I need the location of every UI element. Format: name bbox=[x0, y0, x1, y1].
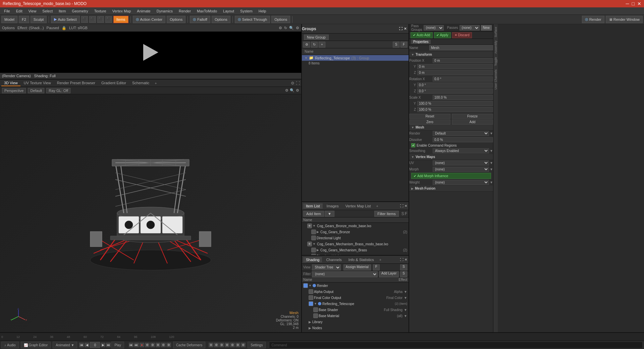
rotation-z-val[interactable]: 0.0 ° bbox=[417, 89, 493, 94]
mesh-group[interactable]: ▼ Mesh bbox=[409, 124, 493, 131]
shade-f-btn[interactable]: F bbox=[373, 264, 380, 270]
add-layer-btn[interactable]: Add Layer bbox=[379, 271, 399, 277]
extra-icon6[interactable]: ⚙ bbox=[235, 343, 240, 347]
shade-library[interactable]: ▶ Library bbox=[302, 319, 409, 325]
item-vis-1[interactable]: 👁 bbox=[307, 223, 312, 228]
uv-select[interactable]: (none) bbox=[433, 160, 489, 165]
shade-base-material[interactable]: Base Material (all) ▼ bbox=[302, 313, 409, 319]
new-pass-btn[interactable]: New bbox=[481, 25, 492, 31]
transport-next[interactable]: ⏭ bbox=[106, 343, 111, 347]
vp-icon2[interactable]: 🔍 bbox=[290, 88, 294, 93]
right-tab-assembly[interactable]: Assembly bbox=[494, 39, 498, 55]
rec-icon3[interactable]: ● bbox=[140, 343, 144, 347]
menu-view[interactable]: View bbox=[26, 8, 39, 14]
reset-btn[interactable]: Reset bbox=[409, 114, 450, 119]
groups-btn3[interactable]: + bbox=[319, 42, 325, 48]
preview-icon1[interactable]: 🔒 bbox=[62, 26, 66, 30]
shade-s2-btn[interactable]: S bbox=[400, 271, 407, 277]
shader-tree-select[interactable]: Shader Tree bbox=[312, 264, 341, 270]
group-item-reflecting-telescope[interactable]: ▼ 📁 Reflecting_Telescope (3) : Group bbox=[302, 55, 409, 61]
rec-icon2[interactable]: ⏭ bbox=[134, 343, 139, 347]
icon-btn-1[interactable]: ⬛ bbox=[81, 16, 88, 23]
tab-schematic[interactable]: Schematic bbox=[129, 80, 152, 86]
preview-options-btn[interactable]: Options bbox=[2, 26, 15, 30]
freeze-btn[interactable]: Freeze bbox=[452, 114, 493, 119]
falloff-btn[interactable]: ◎ Falloff bbox=[190, 16, 210, 23]
menu-texture[interactable]: Texture bbox=[92, 8, 109, 14]
perspective-btn[interactable]: Perspective bbox=[2, 88, 26, 93]
position-z-val[interactable]: 0 m bbox=[417, 70, 493, 75]
tab-3dview[interactable]: 3D View bbox=[1, 80, 20, 86]
shade-vis-alpha[interactable] bbox=[309, 289, 313, 294]
rotation-y-val[interactable]: 0.0 ° bbox=[417, 83, 493, 88]
vp-icon1[interactable]: ⚙ bbox=[285, 88, 288, 93]
tab-shading[interactable]: Shading bbox=[303, 257, 322, 262]
item-row-3[interactable]: Directional Light bbox=[302, 235, 409, 241]
shade-vis-mat[interactable] bbox=[313, 313, 318, 318]
groups-btn4[interactable]: S bbox=[393, 42, 399, 48]
shade-vis-shader[interactable] bbox=[313, 307, 318, 312]
extra-icon3[interactable]: ⚙ bbox=[219, 343, 224, 347]
vp-icon3[interactable]: ⚙ bbox=[296, 88, 299, 93]
menu-dynamics[interactable]: Dynamics bbox=[154, 8, 175, 14]
props-tab-properties[interactable]: Properties bbox=[411, 40, 431, 44]
tab-add[interactable]: + bbox=[153, 81, 159, 86]
item-row-2[interactable]: ▶ Cog_Gears_Bronze (2) bbox=[302, 229, 409, 235]
new-group-btn[interactable]: New Group bbox=[304, 35, 329, 40]
rec-icon6[interactable]: ⚙ bbox=[156, 343, 160, 347]
item-row-4[interactable]: 👁 ▼ Cog_Gears_Mechanism_Brass_modo_base.… bbox=[302, 241, 409, 247]
preview-icon4[interactable]: 🔍 bbox=[289, 26, 294, 30]
shading-plus[interactable]: + bbox=[378, 257, 383, 262]
menu-layout[interactable]: Layout bbox=[220, 8, 237, 14]
menu-geometry[interactable]: Geometry bbox=[69, 8, 91, 14]
shade-vis-render[interactable] bbox=[303, 283, 308, 288]
extra-icon2[interactable]: ⚙ bbox=[214, 343, 219, 347]
groups-close-icon[interactable]: ✕ bbox=[404, 27, 407, 31]
frame-input[interactable] bbox=[90, 342, 100, 348]
shade-render[interactable]: ▼ Render bbox=[302, 283, 409, 289]
shade-vis-final[interactable] bbox=[309, 295, 313, 300]
play-button[interactable] bbox=[143, 44, 158, 61]
groups-btn1[interactable]: ⚙ bbox=[303, 42, 310, 48]
groups-expand-icon[interactable]: ⛶ bbox=[399, 27, 402, 31]
weight-select[interactable]: (none) bbox=[433, 180, 489, 185]
cache-deformers-btn[interactable]: Cache Deformers bbox=[173, 342, 205, 348]
shading-close-icon[interactable]: ✕ bbox=[405, 258, 407, 261]
auto-add-btn[interactable]: ✔ Auto Add bbox=[411, 32, 433, 38]
shade-vis-rt[interactable] bbox=[309, 301, 313, 306]
options-btn[interactable]: Options bbox=[167, 16, 185, 23]
tab-gradient[interactable]: Gradient Editor bbox=[99, 80, 129, 86]
items-btn[interactable]: Items bbox=[113, 16, 128, 23]
item-vis-2[interactable] bbox=[311, 230, 316, 234]
menu-render[interactable]: Render bbox=[176, 8, 194, 14]
transform-group[interactable]: ▼ Transform bbox=[409, 52, 493, 58]
right-tab-toggle[interactable]: Toggle bbox=[494, 56, 498, 67]
viewport-icon1[interactable]: ⚙ bbox=[291, 81, 294, 86]
item-vis-3[interactable] bbox=[311, 236, 316, 240]
tab-info-stats[interactable]: Info & Statistics bbox=[346, 257, 377, 262]
vertex-maps-group[interactable]: ▼ Vertex Maps bbox=[409, 154, 493, 160]
maximize-btn[interactable]: □ bbox=[632, 1, 635, 6]
rotation-x-val[interactable]: 0.0 ° bbox=[433, 77, 493, 82]
render-window-btn[interactable]: 🖥 Render Window bbox=[606, 16, 643, 23]
rec-icon8[interactable]: ⚙ bbox=[166, 343, 171, 347]
item-row-1[interactable]: 👁 ▼ Cog_Gears_Bronze_modo_base.lxo bbox=[302, 223, 409, 229]
rec-icon7[interactable]: ⚙ bbox=[161, 343, 166, 347]
menu-edit[interactable]: Edit bbox=[13, 8, 25, 14]
menu-item[interactable]: Item bbox=[56, 8, 68, 14]
rec-icon1[interactable]: ⏮ bbox=[129, 343, 133, 347]
viewport-canvas[interactable]: X Y Z Mesh Channels: 0 Deformers: ON GL:… bbox=[0, 94, 301, 332]
shade-s-btn[interactable]: S bbox=[400, 264, 407, 270]
shade-alpha[interactable]: Alpha Output Alpha ▼ bbox=[302, 289, 409, 295]
shade-final-color[interactable]: Final Color Output Final Color ▼ bbox=[302, 295, 409, 301]
rec-icon4[interactable]: ⚙ bbox=[145, 343, 150, 347]
pass-groups-select[interactable]: (none) bbox=[424, 25, 444, 31]
tab-plus[interactable]: + bbox=[375, 203, 379, 209]
scale-x-val[interactable]: 100.0 % bbox=[433, 95, 493, 100]
graph-editor-btn[interactable]: 📈 Graph Editor bbox=[21, 342, 51, 348]
auto-select-btn[interactable]: ▶ Auto Select bbox=[51, 16, 79, 23]
shading-expand[interactable]: ⛶ bbox=[400, 258, 404, 261]
item-list-close[interactable]: ✕ bbox=[405, 204, 407, 208]
position-y-val[interactable]: 0 m bbox=[417, 64, 493, 69]
icon-btn-3[interactable]: ⬛ bbox=[97, 16, 104, 23]
